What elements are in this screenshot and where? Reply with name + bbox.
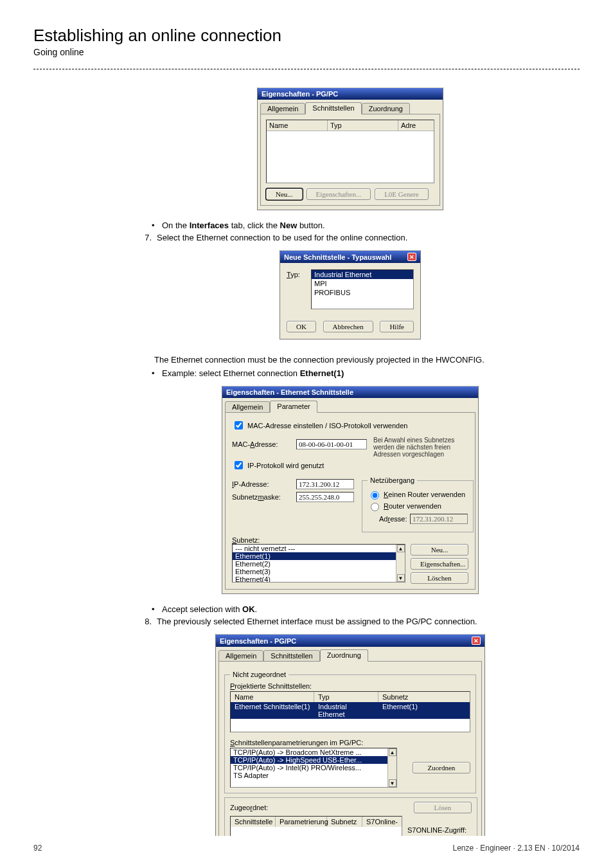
list-item[interactable]: --- nicht vernetzt --- bbox=[233, 545, 405, 552]
list-item[interactable]: PROFIBUS bbox=[312, 288, 413, 297]
scroll-down-icon[interactable]: ▼ bbox=[389, 779, 396, 787]
bullet: • bbox=[152, 221, 159, 230]
tab-assignment[interactable]: Zuordnung bbox=[320, 649, 368, 662]
projected-table[interactable]: Name Typ Subnetz Ethernet Schnittstelle(… bbox=[230, 691, 470, 732]
use-router-radio[interactable] bbox=[371, 503, 379, 511]
list-item[interactable]: Industrial Ethernet bbox=[312, 270, 413, 279]
col-name: Name bbox=[267, 120, 328, 131]
loosen-button: Lösen bbox=[414, 802, 472, 813]
close-icon[interactable]: ✕ bbox=[472, 637, 481, 645]
bullet: • bbox=[152, 604, 159, 614]
router-addr-input bbox=[410, 514, 468, 524]
titlebar: Neue Schnittstelle - Typauswahl ✕ bbox=[280, 251, 420, 263]
subnet-props-button[interactable]: Eigenschaften... bbox=[411, 558, 468, 570]
col-addr: Adre bbox=[398, 120, 434, 131]
list-item[interactable]: TCP/IP(Auto) -> Intel(R) PRO/Wireless... bbox=[231, 764, 396, 772]
router-addr-label: Adresse: bbox=[379, 515, 410, 523]
help-button[interactable]: Hilfe bbox=[380, 321, 414, 332]
dialog-title: Eigenschaften - Ethernet Schnittstelle bbox=[226, 388, 353, 396]
projected-label: Projektierte Schnittstellen: bbox=[230, 682, 470, 690]
no-router-radio[interactable] bbox=[371, 491, 379, 500]
new-button[interactable]: Neu... bbox=[266, 188, 303, 200]
tab-parameter[interactable]: Parameter bbox=[270, 401, 317, 413]
col-interface: Schnittstelle bbox=[231, 817, 276, 827]
tab-interfaces[interactable]: Schnittstellen bbox=[305, 102, 361, 114]
page-title: Establishing an online connection bbox=[33, 26, 580, 46]
no-router-label: Keinen Router verwenden bbox=[384, 491, 465, 498]
cancel-button[interactable]: Abbrechen bbox=[323, 321, 373, 332]
subnet-delete-button[interactable]: Löschen bbox=[411, 572, 468, 584]
mask-input[interactable] bbox=[296, 492, 354, 502]
properties-button: Eigenschaften... bbox=[306, 188, 371, 200]
type-list[interactable]: Industrial Ethernet MPI PROFIBUS bbox=[311, 269, 414, 309]
ip-checkbox[interactable] bbox=[235, 461, 243, 469]
col-subnet: Subnetz bbox=[378, 692, 470, 702]
step-text: The previously selected Ethernet interfa… bbox=[157, 617, 564, 626]
page-number: 92 bbox=[33, 844, 42, 853]
list-item[interactable]: Ethernet(3) bbox=[233, 568, 405, 575]
dialog-new-interface: Neue Schnittstelle - Typauswahl ✕ Typ: I… bbox=[280, 250, 421, 339]
list-item[interactable]: TCP/IP(Auto) -> HighSpeed USB-Ether... bbox=[231, 756, 396, 764]
page-subtitle: Going online bbox=[33, 47, 580, 57]
list-item[interactable]: TS Adapter bbox=[231, 772, 396, 779]
table-row[interactable]: Ethernet Schnittstelle(1) Industrial Eth… bbox=[231, 702, 470, 719]
col-name: Name bbox=[231, 692, 314, 702]
list-item[interactable]: TCP/IP(Auto) -> Broadcom NetXtreme ... bbox=[231, 748, 396, 756]
dialog-pgpc-interfaces: Eigenschaften - PG/PC Allgemein Schnitts… bbox=[257, 87, 443, 210]
s7online-label: S7ONLINE-Zugriff: bbox=[407, 826, 472, 834]
ok-button[interactable]: OK bbox=[287, 321, 316, 332]
mac-checkbox[interactable] bbox=[235, 421, 243, 429]
titlebar: Eigenschaften - Ethernet Schnittstelle bbox=[222, 386, 478, 398]
scrollbar[interactable]: ▲ ▼ bbox=[396, 545, 405, 582]
bullet-text: Example: select Ethernet connection Ethe… bbox=[162, 368, 564, 378]
dialog-title: Neue Schnittstelle - Typauswahl bbox=[284, 253, 391, 261]
param-list[interactable]: TCP/IP(Auto) -> Broadcom NetXtreme ... T… bbox=[230, 748, 397, 788]
col-type: Typ bbox=[328, 120, 398, 131]
scrollbar[interactable]: ▲ ▼ bbox=[387, 748, 396, 787]
mac-label: MAC-Adresse: bbox=[232, 440, 296, 448]
tab-general[interactable]: Allgemein bbox=[225, 401, 270, 413]
generate-button: L0E Genere bbox=[375, 188, 428, 200]
not-assigned-legend: Nicht zugeordnet bbox=[230, 671, 289, 678]
assigned-label: Zugeordnet: bbox=[230, 804, 268, 811]
col-subnet: Subnetz bbox=[327, 817, 362, 827]
tab-general[interactable]: Allgemein bbox=[218, 650, 263, 662]
list-item[interactable]: Ethernet(1) bbox=[233, 552, 405, 560]
scroll-down-icon[interactable]: ▼ bbox=[397, 574, 405, 582]
close-icon[interactable]: ✕ bbox=[407, 253, 416, 261]
bullet-text: Accept selection with OK. bbox=[162, 604, 564, 614]
type-label: Typ: bbox=[287, 269, 306, 309]
scroll-up-icon[interactable]: ▲ bbox=[397, 545, 405, 552]
subnet-list[interactable]: --- nicht vernetzt --- Ethernet(1) Ether… bbox=[232, 544, 405, 583]
tab-assignment[interactable]: Zuordnung bbox=[362, 103, 410, 114]
list-item[interactable]: Ethernet(4) bbox=[233, 575, 405, 583]
col-type: Typ bbox=[314, 692, 378, 702]
interface-list[interactable]: Name Typ Adre bbox=[266, 120, 434, 183]
scroll-up-icon[interactable]: ▲ bbox=[389, 748, 396, 756]
mask-label: Subnetzmaske: bbox=[232, 493, 296, 501]
dialog-title: Eigenschaften - PG/PC bbox=[220, 637, 296, 645]
col-param: Parametrierung bbox=[276, 817, 327, 827]
param-label: Schnittstellenparametrierungen im PG/PC: bbox=[230, 739, 470, 746]
list-item[interactable]: MPI bbox=[312, 279, 413, 288]
gateway-legend: Netzübergang bbox=[368, 476, 417, 484]
subnet-new-button[interactable]: Neu... bbox=[411, 544, 468, 556]
titlebar: Eigenschaften - PG/PC ✕ bbox=[216, 635, 484, 647]
hint-text: Bei Anwahl eines Subnetzes werden die nä… bbox=[373, 437, 468, 458]
titlebar: Eigenschaften - PG/PC bbox=[258, 88, 443, 100]
step-text: Select the Ethernet connection to be use… bbox=[157, 233, 564, 242]
dialog-pgpc-assignment: Eigenschaften - PG/PC ✕ Allgemein Schnit… bbox=[215, 634, 485, 868]
use-router-label: Router verwenden bbox=[384, 502, 441, 510]
subnet-label: Subnetz: bbox=[232, 536, 468, 544]
assign-button[interactable]: Zuordnen bbox=[413, 762, 470, 773]
dialog-ethernet-interface: Eigenschaften - Ethernet Schnittstelle A… bbox=[222, 386, 479, 594]
tab-interfaces[interactable]: Schnittstellen bbox=[263, 650, 319, 662]
ip-label: IP-Adresse: bbox=[232, 480, 296, 488]
list-item[interactable]: Ethernet(2) bbox=[233, 560, 405, 568]
ip-input[interactable] bbox=[296, 479, 354, 489]
divider bbox=[33, 69, 580, 69]
mac-input[interactable] bbox=[296, 439, 367, 449]
bullet: • bbox=[152, 368, 159, 378]
footer-meta: Lenze · Engineer · 2.13 EN · 10/2014 bbox=[453, 844, 580, 853]
tab-general[interactable]: Allgemein bbox=[260, 103, 305, 114]
